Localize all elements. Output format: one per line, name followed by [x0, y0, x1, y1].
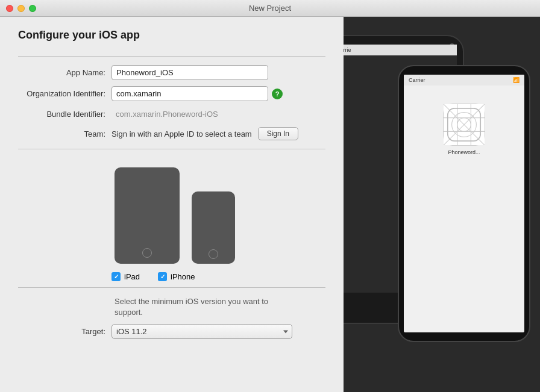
ipad-checkbox[interactable]: [111, 272, 121, 281]
sign-in-button[interactable]: Sign In: [258, 127, 298, 140]
right-panel: Carrie Carrier 📶: [344, 17, 540, 392]
titlebar: New Project: [0, 0, 540, 17]
app-icon-svg: [444, 104, 485, 145]
left-panel: Configure your iOS app App Name: Organiz…: [0, 17, 344, 392]
carrier-back-text: Carrie: [344, 47, 351, 53]
target-select-wrapper[interactable]: iOS 11.2 iOS 11.0 iOS 10.3 iOS 10.0 iOS …: [111, 324, 292, 339]
target-row: Target: iOS 11.2 iOS 11.0 iOS 10.3 iOS 1…: [18, 324, 325, 339]
target-select[interactable]: iOS 11.2 iOS 11.0 iOS 10.3 iOS 10.0 iOS …: [111, 324, 292, 339]
phone-icon-area: Phoneword...: [404, 86, 524, 155]
carrier-front-text: Carrier: [409, 77, 425, 83]
phone-status-bar: Carrier 📶: [404, 75, 524, 86]
team-label: Team:: [18, 129, 111, 138]
org-id-input[interactable]: [111, 86, 268, 101]
page-title: Configure your iOS app: [18, 29, 325, 42]
bundle-id-row: Bundle Identifier: com.xamarin.Phoneword…: [18, 107, 325, 121]
maximize-button[interactable]: [29, 5, 36, 12]
app-name-input[interactable]: [111, 65, 268, 80]
app-name-row: App Name:: [18, 65, 325, 80]
ipad-checkbox-item[interactable]: iPad: [111, 272, 140, 281]
iphone-label: iPhone: [171, 272, 195, 281]
wifi-icon: 📶: [513, 77, 520, 83]
help-icon[interactable]: ?: [272, 89, 283, 99]
device-checkboxes: iPad iPhone: [111, 272, 325, 281]
target-section: Select the minimum iOS version you want …: [18, 288, 325, 347]
window-title: New Project: [249, 4, 291, 13]
ipad-image: [115, 167, 180, 264]
org-id-label: Organization Identifier:: [18, 89, 111, 98]
iphone-home-button: [209, 249, 218, 259]
team-row: Team: Sign in with an Apple ID to select…: [18, 127, 325, 140]
phone-front: Carrier 📶: [398, 65, 530, 342]
target-label: Target:: [18, 327, 111, 336]
target-description: Select the minimum iOS version you want …: [115, 296, 283, 318]
form-section: App Name: Organization Identifier: ? Bun…: [18, 56, 325, 149]
device-images: [115, 167, 325, 264]
bundle-id-label: Bundle Identifier:: [18, 110, 111, 119]
app-icon: [443, 104, 485, 146]
team-text: Sign in with an Apple ID to select a tea…: [111, 129, 252, 138]
ipad-home-button: [142, 248, 152, 258]
traffic-lights: [6, 5, 36, 12]
iphone-checkbox[interactable]: [158, 272, 167, 281]
close-button[interactable]: [6, 5, 13, 12]
phone-screen: Carrier 📶: [404, 75, 524, 332]
iphone-checkbox-item[interactable]: iPhone: [158, 272, 195, 281]
iphone-image: [192, 191, 235, 264]
ipad-label: iPad: [124, 272, 140, 281]
main-window: Configure your iOS app App Name: Organiz…: [0, 17, 540, 392]
org-id-row: Organization Identifier: ?: [18, 86, 325, 101]
app-name-label: App Name:: [18, 68, 111, 77]
bundle-id-value: com.xamarin.Phoneword-iOS: [111, 107, 222, 121]
app-name-preview: Phoneword...: [448, 149, 480, 155]
minimize-button[interactable]: [17, 5, 25, 12]
devices-section: iPad iPhone: [18, 155, 325, 288]
